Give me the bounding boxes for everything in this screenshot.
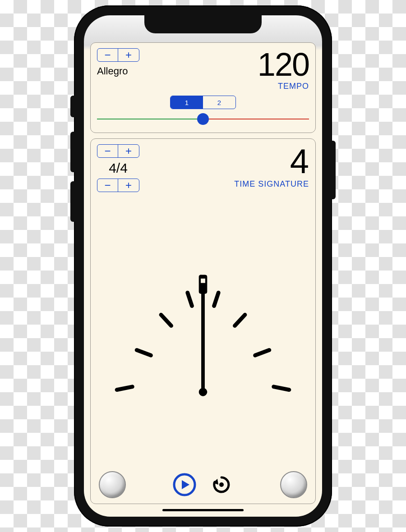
- reset-button[interactable]: [208, 472, 235, 498]
- left-knob[interactable]: [99, 471, 126, 498]
- app-screen: − + Allegro 120 TEMPO 1 2: [84, 15, 322, 517]
- tempo-card: − + Allegro 120 TEMPO 1 2: [90, 42, 316, 133]
- time-numerator-increase-button[interactable]: +: [118, 145, 139, 157]
- tempo-decrease-button[interactable]: −: [97, 49, 118, 61]
- tempo-preset-segmented: 1 2: [170, 96, 236, 109]
- play-button[interactable]: [171, 472, 198, 498]
- time-signature-value: 4/4: [97, 161, 139, 176]
- svg-point-15: [219, 482, 224, 487]
- svg-line-2: [161, 315, 171, 326]
- tempo-slider-thumb[interactable]: [197, 113, 209, 125]
- time-numerator-stepper: − +: [97, 144, 139, 158]
- tempo-preset-1[interactable]: 1: [171, 96, 203, 109]
- time-denominator-increase-button[interactable]: +: [118, 179, 139, 192]
- time-signature-card: − + 4/4 − + 4 TIME SIGNATURE: [90, 138, 316, 504]
- svg-marker-13: [182, 480, 189, 489]
- svg-line-5: [235, 315, 245, 326]
- current-beat-value: 4: [234, 144, 309, 179]
- tempo-bpm-value: 120: [258, 48, 309, 81]
- phone-mute-switch: [70, 96, 75, 117]
- svg-line-1: [137, 350, 151, 355]
- svg-line-6: [255, 350, 269, 355]
- transport-bar: [97, 471, 309, 498]
- home-indicator[interactable]: [162, 509, 244, 511]
- svg-line-3: [188, 293, 192, 306]
- tempo-slider[interactable]: [97, 111, 309, 127]
- play-icon: [172, 472, 197, 497]
- time-denominator-stepper: − +: [97, 179, 139, 192]
- metronome-dial: [97, 192, 309, 468]
- time-signature-section-label: TIME SIGNATURE: [234, 179, 309, 189]
- metronome-pendulum-icon: [97, 192, 309, 464]
- phone-volume-up: [70, 132, 75, 172]
- time-numerator-decrease-button[interactable]: −: [97, 145, 118, 157]
- time-denominator-decrease-button[interactable]: −: [97, 179, 118, 192]
- phone-volume-down: [70, 181, 75, 222]
- tempo-increase-button[interactable]: +: [118, 49, 139, 61]
- restore-icon: [210, 473, 233, 496]
- svg-point-9: [199, 388, 207, 396]
- svg-line-4: [214, 293, 218, 306]
- svg-line-7: [274, 387, 289, 390]
- svg-rect-10: [199, 275, 207, 294]
- phone-frame: − + Allegro 120 TEMPO 1 2: [74, 5, 332, 527]
- tempo-section-label: TEMPO: [258, 82, 309, 91]
- right-knob[interactable]: [280, 471, 307, 498]
- tempo-preset-2[interactable]: 2: [203, 96, 235, 109]
- phone-notch: [144, 15, 262, 33]
- svg-line-0: [117, 387, 132, 390]
- svg-rect-11: [201, 279, 205, 283]
- phone-power-button: [331, 141, 336, 199]
- tempo-marking-label: Allegro: [97, 65, 139, 77]
- tempo-stepper: − +: [97, 48, 139, 62]
